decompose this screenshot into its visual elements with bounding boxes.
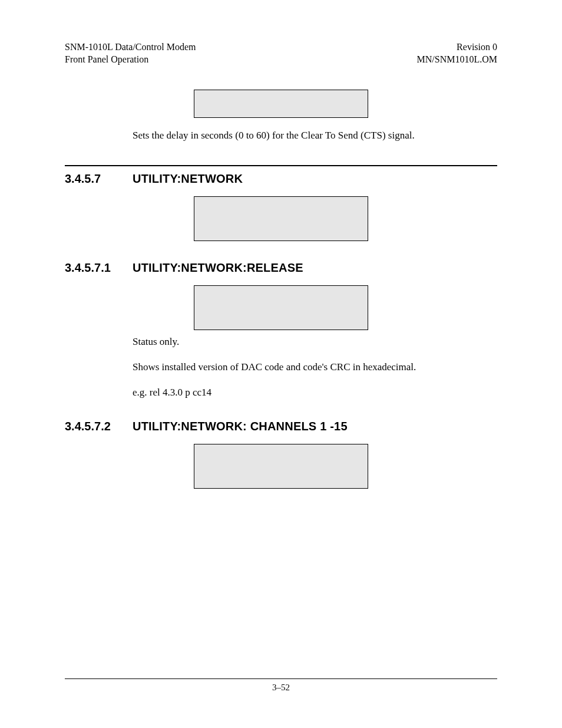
heading-num: 3.4.5.7.1 — [65, 261, 133, 275]
footer-rule — [65, 678, 497, 680]
header-section: Front Panel Operation — [65, 54, 196, 66]
heading-num: 3.4.5.7 — [65, 172, 133, 186]
release-p2: Shows installed version of DAC code and … — [133, 360, 491, 375]
heading-3-4-5-7-1: 3.4.5.7.1 UTILITY:NETWORK:RELEASE — [65, 261, 497, 275]
header-left: SNM-1010L Data/Control Modem Front Panel… — [65, 41, 196, 66]
display-box-3 — [194, 285, 368, 330]
heading-num: 3.4.5.7.2 — [65, 420, 133, 433]
heading-title: UTILITY:NETWORK:RELEASE — [133, 261, 303, 275]
display-box-2 — [194, 196, 368, 241]
section-rule-1 — [65, 165, 497, 166]
heading-title: UTILITY:NETWORK — [133, 172, 243, 186]
page-footer: 3–52 — [65, 678, 497, 693]
display-box-1 — [194, 90, 368, 118]
header-model: SNM-1010L Data/Control Modem — [65, 41, 196, 54]
page-header: SNM-1010L Data/Control Modem Front Panel… — [65, 41, 497, 66]
intro-paragraph: Sets the delay in seconds (0 to 60) for … — [133, 129, 491, 143]
page-number: 3–52 — [65, 683, 497, 693]
heading-title: UTILITY:NETWORK: CHANNELS 1 -15 — [133, 420, 348, 433]
release-p1: Status only. — [133, 335, 491, 350]
release-p3: e.g. rel 4.3.0 p cc14 — [133, 386, 491, 400]
header-right: Revision 0 MN/SNM1010L.OM — [417, 41, 497, 66]
heading-3-4-5-7-2: 3.4.5.7.2 UTILITY:NETWORK: CHANNELS 1 -1… — [65, 420, 497, 433]
page: SNM-1010L Data/Control Modem Front Panel… — [0, 0, 562, 728]
header-docid: MN/SNM1010L.OM — [417, 54, 497, 66]
header-revision: Revision 0 — [417, 41, 497, 54]
display-box-4 — [194, 444, 368, 489]
heading-3-4-5-7: 3.4.5.7 UTILITY:NETWORK — [65, 172, 497, 186]
